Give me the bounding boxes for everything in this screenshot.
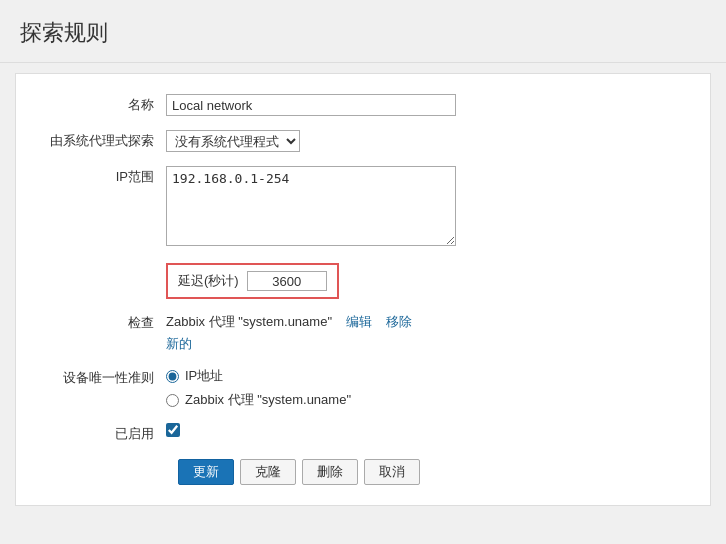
delay-control: 延迟(秒计) xyxy=(166,263,700,299)
uniqueness-radio-zabbix[interactable]: Zabbix 代理 "system.uname" xyxy=(166,391,700,409)
page-container: 探索规则 名称 由系统代理式探索 没有系统代理程式 IP范围 192.168.0… xyxy=(0,0,726,544)
check-new-link[interactable]: 新的 xyxy=(166,336,192,351)
delay-input[interactable] xyxy=(247,271,327,291)
page-title: 探索规则 xyxy=(0,0,726,63)
uniqueness-zabbix-label: Zabbix 代理 "system.uname" xyxy=(185,391,351,409)
ip-textarea[interactable]: 192.168.0.1-254 xyxy=(166,166,456,246)
enabled-control xyxy=(166,423,700,437)
proxy-select[interactable]: 没有系统代理程式 xyxy=(166,130,300,152)
check-remove-link[interactable]: 移除 xyxy=(386,313,412,331)
cancel-button[interactable]: 取消 xyxy=(364,459,420,485)
enabled-checkbox-wrapper xyxy=(166,423,700,437)
checks-label: 检查 xyxy=(26,313,166,333)
enabled-label: 已启用 xyxy=(26,423,166,445)
uniqueness-radio-ip-input[interactable] xyxy=(166,370,179,383)
ip-row: IP范围 192.168.0.1-254 xyxy=(26,166,700,249)
enabled-row: 已启用 xyxy=(26,423,700,445)
update-button[interactable]: 更新 xyxy=(178,459,234,485)
check-item-text: Zabbix 代理 "system.uname" xyxy=(166,313,332,331)
proxy-row: 由系统代理式探索 没有系统代理程式 xyxy=(26,130,700,152)
button-row: 更新 克隆 删除 取消 xyxy=(26,459,700,485)
uniqueness-row: 设备唯一性准则 IP地址 Zabbix 代理 "system.uname" xyxy=(26,367,700,409)
checks-content: Zabbix 代理 "system.uname" 编辑 移除 新的 xyxy=(166,313,412,353)
ip-control: 192.168.0.1-254 xyxy=(166,166,700,249)
name-input[interactable] xyxy=(166,94,456,116)
check-new-wrapper: 新的 xyxy=(166,335,412,353)
uniqueness-label: 设备唯一性准则 xyxy=(26,367,166,389)
uniqueness-radio-zabbix-input[interactable] xyxy=(166,394,179,407)
uniqueness-radio-group: IP地址 Zabbix 代理 "system.uname" xyxy=(166,367,700,409)
form-container: 名称 由系统代理式探索 没有系统代理程式 IP范围 192.168.0.1-25… xyxy=(15,73,711,506)
proxy-label: 由系统代理式探索 xyxy=(26,130,166,152)
uniqueness-radio-ip[interactable]: IP地址 xyxy=(166,367,700,385)
delete-button[interactable]: 删除 xyxy=(302,459,358,485)
uniqueness-control: IP地址 Zabbix 代理 "system.uname" xyxy=(166,367,700,409)
name-control xyxy=(166,94,700,116)
enabled-checkbox[interactable] xyxy=(166,423,180,437)
name-row: 名称 xyxy=(26,94,700,116)
name-label: 名称 xyxy=(26,94,166,116)
delay-text-label: 延迟(秒计) xyxy=(178,272,239,290)
ip-label: IP范围 xyxy=(26,166,166,188)
delay-row: 延迟(秒计) xyxy=(26,263,700,299)
proxy-control: 没有系统代理程式 xyxy=(166,130,700,152)
checks-row: 检查 Zabbix 代理 "system.uname" 编辑 移除 新的 xyxy=(26,313,700,353)
clone-button[interactable]: 克隆 xyxy=(240,459,296,485)
check-item-1: Zabbix 代理 "system.uname" 编辑 移除 xyxy=(166,313,412,331)
delay-highlighted-box: 延迟(秒计) xyxy=(166,263,339,299)
uniqueness-ip-label: IP地址 xyxy=(185,367,223,385)
check-edit-link[interactable]: 编辑 xyxy=(346,313,372,331)
